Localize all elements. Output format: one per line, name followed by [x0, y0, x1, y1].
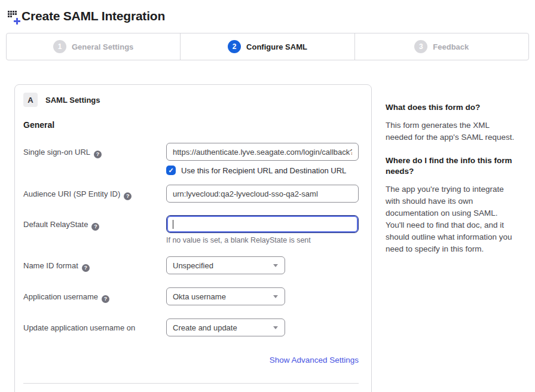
sso-url-input[interactable]: [166, 143, 359, 161]
step-number-badge: 1: [53, 40, 66, 53]
help-question-1: What does this form do?: [386, 102, 516, 113]
question-mark-icon[interactable]: ?: [91, 223, 99, 231]
text-cursor: [173, 220, 173, 229]
section-a-badge: A: [23, 93, 38, 107]
step-feedback[interactable]: 3 Feedback: [354, 33, 528, 60]
page-header: Create SAML Integration: [0, 0, 535, 25]
sso-url-control: ✓ Use this for Recipient URL and Destina…: [166, 143, 359, 175]
help-sidebar: What does this form do? This form genera…: [386, 84, 516, 267]
question-mark-icon[interactable]: ?: [94, 151, 102, 158]
chevron-down-icon: [273, 295, 278, 298]
panel-divider: [23, 383, 359, 384]
application-username-select[interactable]: Okta username: [166, 287, 285, 305]
field-label-text: Default RelayState: [23, 220, 88, 229]
wizard-steps: 1 General Settings 2 Configure SAML 3 Fe…: [6, 33, 529, 60]
step-label: Feedback: [433, 42, 469, 51]
saml-settings-panel: A SAML Settings General Single sign-on U…: [14, 84, 372, 392]
step-general-settings[interactable]: 1 General Settings: [7, 33, 180, 60]
select-value: Unspecified: [173, 261, 213, 270]
name-id-format-label: Name ID format?: [23, 256, 166, 274]
help-answer-2: The app you're trying to integrate with …: [386, 183, 516, 255]
update-username-on-control: Create and update: [166, 318, 359, 336]
chevron-down-icon: [273, 326, 278, 329]
section-title: SAML Settings: [45, 96, 100, 105]
question-mark-icon[interactable]: ?: [102, 295, 109, 303]
field-row-sso-url: Single sign-on URL? ✓ Use this for Recip…: [23, 143, 359, 175]
field-row-relay-state: Default RelayState? If no value is set, …: [23, 215, 359, 244]
name-id-format-control: Unspecified: [166, 256, 359, 274]
recipient-url-check-label[interactable]: Use this for Recipient URL and Destinati…: [181, 166, 346, 175]
relay-state-input[interactable]: [166, 215, 359, 233]
step-configure-saml[interactable]: 2 Configure SAML: [180, 33, 354, 60]
field-label-text: Name ID format: [23, 261, 78, 270]
application-username-label: Application username?: [23, 287, 166, 305]
field-row-application-username: Application username? Okta username: [23, 287, 359, 305]
audience-uri-input[interactable]: [166, 185, 359, 203]
field-label-text: Update application username on: [23, 323, 135, 332]
name-id-format-select[interactable]: Unspecified: [166, 256, 285, 274]
checkmark-icon[interactable]: ✓: [166, 166, 176, 175]
step-label: General Settings: [72, 42, 133, 51]
field-label-text: Application username: [23, 292, 98, 301]
recipient-url-check-row: ✓ Use this for Recipient URL and Destina…: [166, 166, 359, 175]
advanced-settings-row: Show Advanced Settings: [23, 354, 359, 365]
relay-state-control: If no value is set, a blank RelayState i…: [166, 215, 359, 244]
general-group-title: General: [23, 120, 359, 130]
show-advanced-settings-link[interactable]: Show Advanced Settings: [270, 356, 359, 365]
content-area: A SAML Settings General Single sign-on U…: [0, 84, 535, 392]
field-row-update-username-on: Update application username on Create an…: [23, 318, 359, 336]
help-answer-1: This form generates the XML needed for t…: [386, 120, 516, 143]
relay-state-label: Default RelayState?: [23, 215, 166, 244]
select-value: Okta username: [173, 292, 226, 301]
step-label: Configure SAML: [246, 42, 307, 51]
update-username-on-select[interactable]: Create and update: [166, 318, 285, 336]
question-mark-icon[interactable]: ?: [82, 264, 90, 272]
section-header: A SAML Settings: [23, 93, 359, 107]
grid-plus-icon: [8, 11, 20, 22]
select-value: Create and update: [173, 323, 237, 332]
update-username-on-label: Update application username on: [23, 318, 166, 336]
help-question-2: Where do I find the info this form needs…: [386, 155, 516, 177]
field-row-name-id-format: Name ID format? Unspecified: [23, 256, 359, 274]
field-row-audience-uri: Audience URI (SP Entity ID)?: [23, 185, 359, 203]
question-mark-icon[interactable]: ?: [124, 192, 132, 200]
page-title: Create SAML Integration: [22, 9, 165, 23]
sso-url-label: Single sign-on URL?: [23, 143, 166, 175]
relay-state-hint: If no value is set, a blank RelayState i…: [166, 236, 359, 244]
step-number-badge: 2: [228, 40, 241, 53]
field-label-text: Single sign-on URL: [23, 148, 90, 157]
audience-uri-label: Audience URI (SP Entity ID)?: [23, 185, 166, 203]
application-username-control: Okta username: [166, 287, 359, 305]
audience-uri-control: [166, 185, 359, 203]
chevron-down-icon: [273, 264, 278, 267]
step-number-badge: 3: [414, 40, 427, 53]
field-label-text: Audience URI (SP Entity ID): [23, 189, 120, 198]
